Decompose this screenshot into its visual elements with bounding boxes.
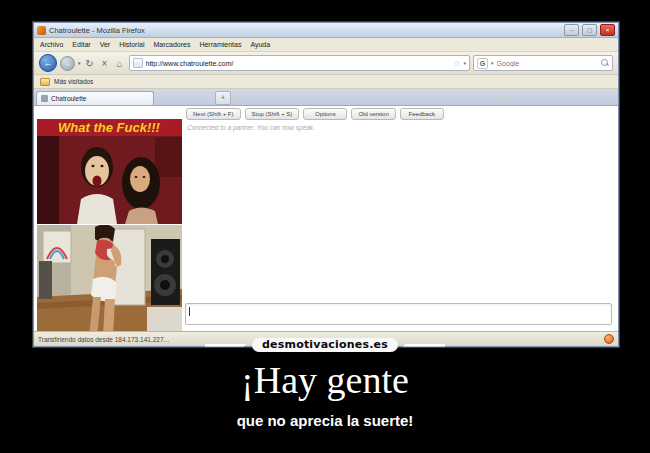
- text-cursor: [189, 307, 190, 316]
- overlay-text: What the Fuck!!!: [58, 120, 160, 135]
- title-bar: Chatroulette - Mozilla Firefox – ▢ ×: [34, 23, 618, 38]
- ribbon-line-left: [205, 344, 247, 347]
- menu-ver[interactable]: Ver: [100, 41, 111, 48]
- maximize-button[interactable]: ▢: [582, 24, 597, 36]
- navigation-toolbar: ← → ▾ ↻ × ⌂ ☆ ▾ G ▾: [34, 52, 618, 75]
- url-dropdown-icon[interactable]: ▾: [463, 60, 466, 66]
- search-bar: G ▾: [473, 55, 613, 71]
- menu-historial[interactable]: Historial: [119, 41, 144, 48]
- search-icon[interactable]: [601, 59, 609, 67]
- caption-title: ¡Hay gente: [0, 358, 650, 402]
- forward-icon[interactable]: →: [60, 56, 75, 71]
- reload-icon[interactable]: ↻: [84, 58, 96, 69]
- history-dropdown-icon[interactable]: ▾: [78, 60, 81, 66]
- google-engine-icon[interactable]: G: [477, 58, 488, 69]
- search-input[interactable]: [497, 58, 598, 68]
- webcam-bottom-scene: [37, 225, 182, 331]
- minimize-button[interactable]: –: [564, 24, 579, 36]
- demotivational-poster: Chatroulette - Mozilla Firefox – ▢ × Arc…: [0, 0, 650, 453]
- webcam-bottom-video: [37, 225, 182, 331]
- webcam-top-scene: What the Fuck!!!: [37, 119, 182, 224]
- address-bar: ☆ ▾: [129, 55, 470, 71]
- menu-ayuda[interactable]: Ayuda: [250, 41, 270, 48]
- white-door: [113, 229, 145, 305]
- page-content: What the Fuck!!!: [34, 106, 618, 331]
- ribbon-line-right: [403, 344, 445, 347]
- tab-chatroulette[interactable]: Chatroulette: [36, 91, 154, 105]
- engine-dropdown-icon[interactable]: ▾: [491, 60, 494, 66]
- tab-label: Chatroulette: [51, 95, 86, 102]
- watermark-ribbon: desmotivaciones.es: [205, 338, 445, 352]
- home-icon[interactable]: ⌂: [114, 58, 126, 69]
- chat-status-text: Connected to a partner. You can now spea…: [187, 124, 315, 131]
- watermark-text: desmotivaciones.es: [252, 338, 398, 352]
- site-favicon-icon: [133, 58, 143, 68]
- bookmarks-bar: Más visitados: [34, 75, 618, 89]
- bookmark-star-icon[interactable]: ☆: [453, 59, 460, 68]
- menu-herramientas[interactable]: Herramientas: [199, 41, 241, 48]
- menu-marcadores[interactable]: Marcadores: [153, 41, 190, 48]
- feedback-button[interactable]: Feedback: [400, 108, 444, 120]
- rainbow-poster: [43, 231, 71, 263]
- tab-bar: Chatroulette +: [34, 89, 618, 106]
- window-title: Chatroulette - Mozilla Firefox: [49, 26, 561, 35]
- speaker: [151, 239, 180, 305]
- new-tab-button[interactable]: +: [215, 91, 231, 105]
- next-button[interactable]: Next (Shift + F): [186, 108, 241, 120]
- menu-bar: Archivo Editar Ver Historial Marcadores …: [34, 38, 618, 52]
- chat-toolbar: Next (Shift + F) Stop (Shift + S) Option…: [186, 108, 444, 120]
- old-version-button[interactable]: Old version: [351, 108, 395, 120]
- window-favicon-icon: [37, 26, 46, 35]
- chat-message-input[interactable]: [185, 303, 612, 325]
- url-input[interactable]: [146, 58, 451, 68]
- treadmill: [39, 261, 52, 299]
- caption-subtitle: que no aprecia la suerte!: [0, 412, 650, 429]
- back-icon[interactable]: ←: [39, 54, 57, 72]
- menu-archivo[interactable]: Archivo: [40, 41, 63, 48]
- stop-button[interactable]: Stop (Shift + S): [245, 108, 300, 120]
- browser-window: Chatroulette - Mozilla Firefox – ▢ × Arc…: [33, 22, 619, 347]
- close-button[interactable]: ×: [600, 24, 615, 36]
- notification-icon[interactable]: [604, 334, 614, 344]
- smart-folder-icon: [40, 78, 50, 86]
- tab-favicon-icon: [41, 95, 48, 102]
- bookmarks-most-visited[interactable]: Más visitados: [54, 78, 93, 85]
- webcam-top-video: What the Fuck!!!: [37, 119, 182, 224]
- status-text: Transfiriendo datos desde 184.173.141.22…: [38, 336, 169, 343]
- dresser: [147, 307, 182, 331]
- menu-editar[interactable]: Editar: [72, 41, 90, 48]
- options-button[interactable]: Options: [303, 108, 347, 120]
- stop-icon[interactable]: ×: [99, 58, 111, 69]
